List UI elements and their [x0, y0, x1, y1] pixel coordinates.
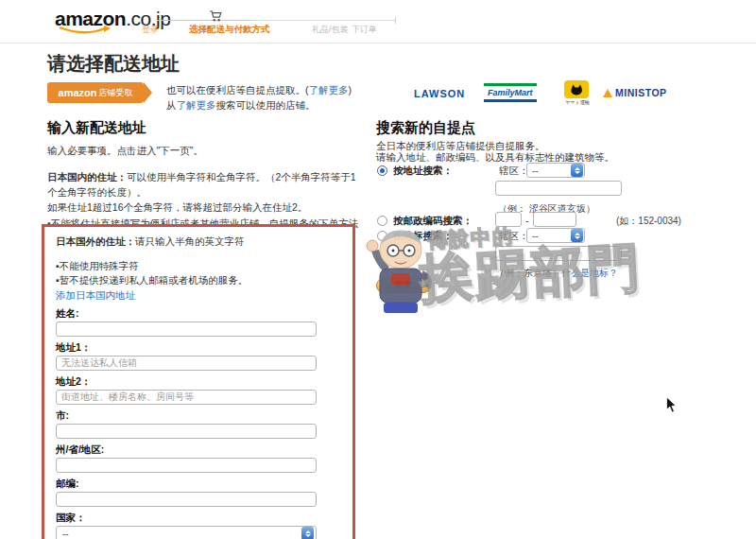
name-label: 姓名:	[56, 306, 341, 320]
field-address1: 地址1：	[56, 340, 341, 371]
overseas-heading-text: 请只输入半角的英文字符	[135, 235, 245, 247]
search-by-postal-label[interactable]: 按邮政编码搜索：	[393, 215, 472, 228]
arrow-up-icon	[575, 230, 580, 235]
search-by-address-radio[interactable]	[377, 165, 387, 176]
district-select-2-value: --	[532, 231, 539, 241]
address2-input[interactable]	[56, 390, 317, 405]
domestic-address-note: 日本国内的住址：可以使用半角字符和全角字符。（2个半角字符等于1个全角字符的长度…	[47, 170, 362, 200]
search-by-landmark-label[interactable]: 按地标搜索：	[393, 230, 453, 243]
chevron-updown-icon	[571, 229, 583, 242]
amazon-smile-icon	[58, 26, 112, 37]
progress-end-tick	[395, 17, 396, 24]
landmark-example-text: （例：东京塔）	[495, 268, 561, 278]
field-name: 姓名:	[56, 306, 341, 337]
badge-brand: amazon	[59, 87, 97, 98]
field-city: 市:	[56, 409, 341, 439]
address2-label: 地址2：	[56, 374, 341, 388]
search-button[interactable]: 搜索	[376, 278, 431, 293]
postal-dash: -	[525, 215, 529, 226]
district-select-1-value: --	[532, 165, 539, 176]
what-is-landmark-link[interactable]: 什么是地标？	[561, 268, 618, 278]
banner-line1-text: 也可以在便利店等自提点提取。(	[166, 84, 309, 96]
address1-length-note: 如果住址1超过16个全角字符，请将超过部分输入在住址2。	[47, 200, 362, 216]
district-select-2[interactable]: --	[526, 228, 585, 243]
country-label: 国家：	[56, 511, 341, 524]
banner-line1-close: )	[349, 84, 352, 96]
lawson-logo: LAWSON	[414, 88, 465, 99]
new-address-title: 输入新配送地址	[47, 119, 362, 137]
postal-code-input-2[interactable]	[533, 212, 576, 227]
overseas-address-form: 日本国外的住址：请只输入半角的英文字符 ▪不能使用特殊字符 ▪暂不提供投递到私人…	[42, 224, 355, 539]
country-select-value: --	[62, 529, 69, 539]
badge-label: 店铺受取	[98, 87, 132, 99]
cart-icon	[209, 10, 223, 23]
page: amazon.co.jp 登录 选择配送与付款方式 礼品/包装 下订单 请选择配…	[0, 0, 756, 539]
progress-line-todo	[251, 20, 395, 21]
address1-input[interactable]	[56, 356, 317, 371]
banner-line2-text: 从	[166, 99, 177, 111]
page-title: 请选择配送地址	[47, 51, 180, 77]
pickup-banner-line2: 从了解更多搜索可以使用的店铺。	[166, 99, 316, 113]
progress-line-done	[157, 20, 251, 21]
yamato-cat-icon	[564, 80, 589, 98]
search-by-address-label[interactable]: 按地址搜索：	[393, 165, 453, 178]
overseas-note-2: ▪暂不提供投递到私人邮箱或者机场的服务。	[56, 273, 341, 287]
field-country: 国家： --	[56, 511, 341, 539]
landmark-search-input[interactable]	[495, 246, 622, 261]
city-input[interactable]	[56, 424, 317, 439]
step-place-order: 下订单	[352, 24, 377, 36]
district-label-1: 辖区：	[499, 165, 529, 178]
zip-input[interactable]	[56, 492, 317, 507]
field-address2: 地址2：	[56, 374, 341, 405]
zip-label: 邮编:	[56, 477, 341, 490]
arrow-down-icon	[575, 236, 580, 242]
search-by-landmark-radio[interactable]	[377, 231, 387, 241]
overseas-note-1: ▪不能使用特殊字符	[56, 259, 341, 273]
learn-more-link-2[interactable]: 了解更多	[177, 99, 216, 111]
overseas-heading-lead: 日本国外的住址：	[56, 235, 135, 247]
field-state: 州/省/地区:	[56, 443, 341, 473]
header-divider	[0, 43, 756, 43]
arrow-down-icon	[305, 534, 311, 539]
domestic-address-note-lead: 日本国内的住址：	[47, 171, 127, 183]
chevron-updown-icon	[571, 164, 583, 177]
pickup-banner-line1: 也可以在便利店等自提点提取。(了解更多)	[166, 84, 352, 97]
add-domestic-address-link[interactable]: 添加日本国内地址	[56, 289, 135, 301]
city-label: 市:	[56, 409, 341, 422]
yamato-logo: ヤマト運輸	[564, 80, 591, 105]
overseas-heading: 日本国外的住址：请只输入半角的英文字符	[56, 235, 341, 249]
country-select[interactable]: --	[56, 526, 317, 539]
field-zip: 邮编:	[56, 477, 341, 507]
ministop-logo-text: MINISTOP	[615, 87, 667, 98]
arrow-up-icon	[575, 165, 580, 170]
state-input[interactable]	[56, 458, 317, 473]
postal-code-input-1[interactable]	[495, 212, 522, 227]
district-label-2: 辖区：	[499, 230, 529, 243]
familymart-logo: FamilyMart	[484, 83, 537, 102]
ministop-logo: MINISTOP	[603, 87, 667, 98]
pickup-search-title: 搜索新的自提点	[376, 119, 475, 137]
district-select-1[interactable]: --	[526, 163, 585, 178]
chevron-updown-icon	[301, 527, 314, 539]
learn-more-link-1[interactable]: 了解更多	[309, 84, 349, 96]
mouse-cursor	[665, 396, 678, 414]
ministop-icon	[603, 89, 612, 97]
step-login: 登录	[142, 24, 159, 36]
step-shipping-payment: 选择配送与付款方式	[189, 24, 270, 36]
new-address-intro: 输入必要事项。点击进入"下一页"。	[47, 144, 362, 159]
search-by-postal-radio[interactable]	[377, 216, 387, 226]
banner-line2-close: 搜索可以使用的店铺。	[216, 99, 316, 111]
arrow-down-icon	[575, 171, 580, 177]
state-label: 州/省/地区:	[56, 443, 341, 456]
address1-label: 地址1：	[56, 340, 341, 354]
address-search-input[interactable]	[495, 181, 622, 196]
name-input[interactable]	[56, 322, 317, 337]
landmark-example: （例：东京塔）什么是地标？	[495, 267, 618, 280]
step-gift-wrap: 礼品/包装	[312, 24, 349, 36]
arrow-up-icon	[305, 528, 311, 533]
yamato-logo-caption: ヤマト運輸	[564, 99, 591, 105]
postal-example: (如：152-0034)	[616, 215, 681, 228]
store-pickup-badge: amazon 店铺受取	[47, 82, 144, 103]
